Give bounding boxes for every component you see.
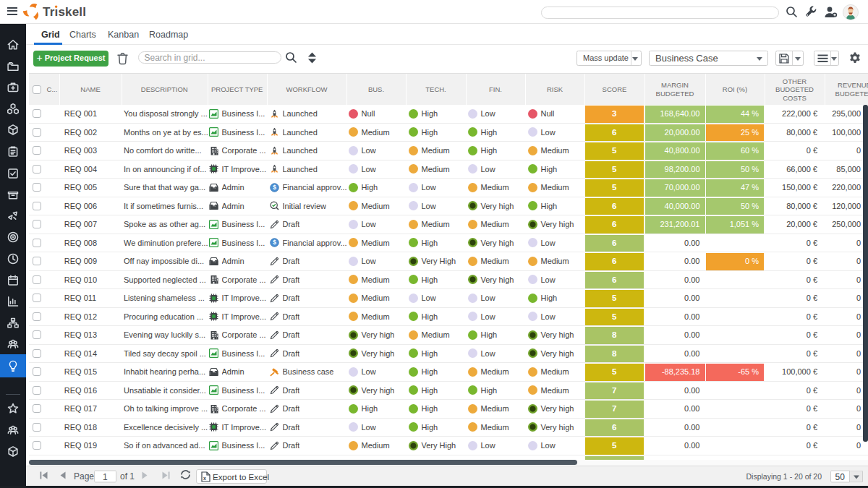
svg-text:$: $ — [273, 184, 276, 191]
svg-text:Trıskell: Trıskell — [43, 5, 86, 19]
svg-text:x: x — [203, 476, 206, 481]
svg-text:$: $ — [273, 239, 276, 247]
